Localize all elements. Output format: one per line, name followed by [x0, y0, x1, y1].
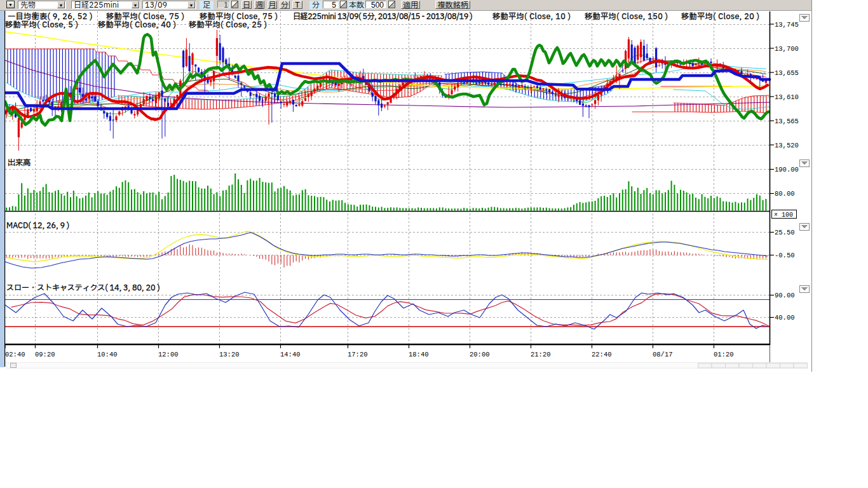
svg-text:80.00: 80.00 — [775, 190, 795, 198]
svg-text:12:00: 12:00 — [158, 351, 179, 358]
svg-text:13,565: 13,565 — [775, 118, 799, 125]
svg-text:25.50: 25.50 — [775, 229, 795, 236]
svg-text:18:40: 18:40 — [409, 351, 429, 358]
svg-text:20:00: 20:00 — [470, 351, 490, 358]
svg-text:21:20: 21:20 — [531, 351, 551, 358]
svg-text:190.00: 190.00 — [775, 166, 799, 173]
svg-text:-0.50: -0.50 — [775, 252, 795, 259]
svg-text:13,655: 13,655 — [775, 69, 799, 77]
svg-text:13,700: 13,700 — [775, 45, 799, 53]
svg-text:17:20: 17:20 — [348, 351, 368, 358]
svg-text:13,745: 13,745 — [775, 21, 799, 29]
svg-text:22:40: 22:40 — [592, 351, 612, 358]
svg-text:08/17: 08/17 — [653, 351, 673, 358]
svg-text:14:40: 14:40 — [280, 351, 301, 358]
svg-text:01:20: 01:20 — [714, 351, 734, 358]
svg-text:90.00: 90.00 — [775, 292, 795, 299]
svg-text:13,520: 13,520 — [775, 142, 799, 149]
svg-text:13,610: 13,610 — [775, 93, 799, 101]
svg-text:10:40: 10:40 — [97, 351, 118, 358]
svg-text:02:40: 02:40 — [5, 351, 25, 358]
svg-text:× 100: × 100 — [774, 212, 793, 219]
svg-text:09:20: 09:20 — [35, 351, 55, 358]
svg-text:40.00: 40.00 — [775, 314, 795, 322]
svg-text:13:20: 13:20 — [219, 351, 240, 358]
